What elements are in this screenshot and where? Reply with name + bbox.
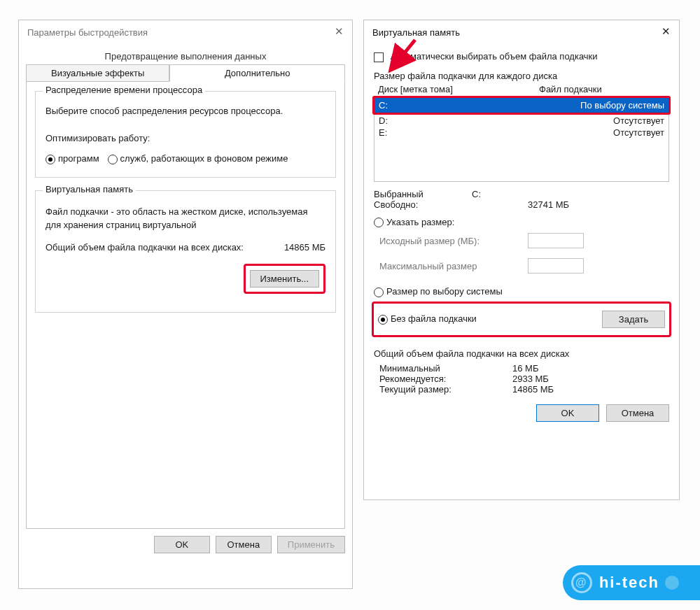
- change-button[interactable]: Изменить...: [250, 270, 319, 288]
- set-button[interactable]: Задать: [602, 311, 665, 328]
- selected-drive-label: Выбранный: [374, 189, 472, 199]
- totals-title: Общий объем файла подкачки на всех диска…: [374, 348, 669, 359]
- min-label: Минимальный: [379, 363, 512, 374]
- ok-button[interactable]: OK: [536, 404, 599, 422]
- apply-button[interactable]: Применить: [277, 536, 345, 553]
- current-size-label: Текущий размер:: [379, 384, 512, 395]
- radio-background-services[interactable]: служб, работающих в фоновом режиме: [108, 153, 288, 164]
- disk-row-c[interactable]: C: По выбору системы: [374, 98, 668, 113]
- vm-description: Файл подкачки - это область на жестком д…: [46, 205, 326, 232]
- optimize-label: Оптимизировать работу:: [46, 133, 326, 143]
- cancel-button[interactable]: Отмена: [216, 536, 272, 553]
- initial-size-input[interactable]: [528, 233, 584, 248]
- tab-visual-effects[interactable]: Визуальные эффекты: [26, 64, 169, 82]
- free-space-value: 32741 МБ: [528, 199, 569, 210]
- disk-listbox[interactable]: D: Отсутствует E: Отсутствует: [374, 115, 669, 182]
- watermark-badge: @ hi-tech: [563, 565, 700, 600]
- at-icon: @: [571, 572, 592, 593]
- radio-programs[interactable]: программ: [46, 153, 99, 164]
- disk-row-e[interactable]: E: Отсутствует: [374, 127, 668, 139]
- close-icon[interactable]: ✕: [659, 26, 672, 38]
- free-space-label: Свободно:: [374, 199, 528, 210]
- radio-system-managed[interactable]: Размер по выбору системы: [374, 286, 503, 297]
- group-title: Распределение времени процессора: [43, 85, 205, 95]
- dialog-buttons: OK Отмена: [364, 395, 679, 432]
- col-pagefile: Файл подкачки: [539, 84, 665, 94]
- vm-total-label: Общий объем файла подкачки на всех диска…: [46, 242, 244, 253]
- dialog-body: Автоматически выбирать объем файла подка…: [364, 44, 679, 395]
- group-virtual-memory: Виртуальная память Файл подкачки - это о…: [35, 190, 336, 313]
- window-title: Параметры быстродействия: [27, 27, 148, 38]
- min-value: 16 МБ: [512, 363, 538, 374]
- recommended-value: 2933 МБ: [512, 374, 549, 384]
- window-title: Виртуальная память: [372, 27, 460, 38]
- max-size-label: Максимальный размер: [374, 261, 528, 271]
- vk-icon: [665, 576, 679, 590]
- group-cpu-scheduling: Распределение времени процессора Выберит…: [35, 91, 336, 178]
- paging-size-per-disk-label: Размер файла подкачки для каждого диска: [374, 71, 669, 81]
- radio-no-paging-file[interactable]: Без файла подкачки: [378, 313, 602, 325]
- tab-dep[interactable]: Предотвращение выполнения данных: [26, 48, 345, 64]
- recommended-label: Рекомендуется:: [379, 374, 512, 384]
- col-disk: Диск [метка тома]: [378, 84, 539, 94]
- ok-button[interactable]: OK: [154, 536, 210, 553]
- tab-advanced[interactable]: Дополнительно: [169, 64, 345, 82]
- performance-options-dialog: Параметры быстродействия ✕ Предотвращени…: [18, 20, 353, 589]
- auto-manage-label: Автоматически выбирать объем файла подка…: [391, 51, 598, 62]
- optimize-radios: программ служб, работающих в фоновом реж…: [46, 153, 326, 164]
- virtual-memory-dialog: Виртуальная память ✕ Автоматически выбир…: [363, 20, 680, 500]
- titlebar: Виртуальная память ✕: [364, 20, 679, 44]
- radio-custom-size[interactable]: Указать размер:: [374, 217, 454, 227]
- group-title: Виртуальная память: [43, 184, 136, 194]
- watermark-text: hi-tech: [599, 574, 659, 592]
- cpu-instruction: Выберите способ распределения ресурсов п…: [46, 106, 326, 116]
- selected-drive-value: C:: [472, 189, 481, 199]
- close-icon[interactable]: ✕: [332, 26, 345, 38]
- vm-total-value: 14865 МБ: [284, 242, 326, 253]
- max-size-input[interactable]: [528, 258, 584, 274]
- disk-list-header: Диск [метка тома] Файл подкачки: [374, 84, 669, 94]
- titlebar: Параметры быстродействия ✕: [19, 20, 352, 44]
- tabstrip: Предотвращение выполнения данных Визуаль…: [26, 48, 345, 82]
- tab-panel-advanced: Распределение времени процессора Выберит…: [26, 81, 345, 529]
- dialog-body: Предотвращение выполнения данных Визуаль…: [19, 44, 352, 560]
- auto-manage-checkbox[interactable]: [374, 52, 384, 62]
- initial-size-label: Исходный размер (МБ):: [374, 236, 528, 246]
- disk-row-d[interactable]: D: Отсутствует: [374, 115, 668, 127]
- current-size-value: 14865 МБ: [512, 384, 554, 395]
- cancel-button[interactable]: Отмена: [606, 404, 669, 422]
